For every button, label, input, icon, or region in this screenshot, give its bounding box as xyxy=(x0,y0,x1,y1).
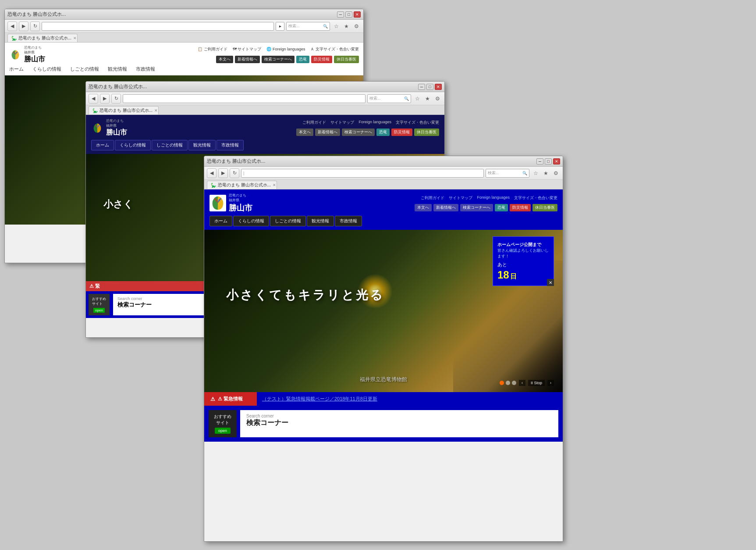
star-icon-3[interactable]: ☆ xyxy=(531,169,540,178)
nav-home-btn-3[interactable]: ホーム xyxy=(209,216,232,226)
window-controls-3[interactable]: ─ □ ✕ xyxy=(536,158,560,164)
forward-btn-1[interactable]: ▶ xyxy=(19,21,28,31)
maximize-btn-1[interactable]: □ xyxy=(345,11,352,18)
nav-font-2[interactable]: 文字サイズ・色合い変更 xyxy=(396,120,439,125)
qlink-search-2[interactable]: 検索コーナーへ xyxy=(342,129,375,136)
refresh-btn-2[interactable]: ↻ xyxy=(111,94,121,104)
slider-prev-3[interactable]: ‹ xyxy=(519,380,525,386)
forward-btn-2[interactable]: ▶ xyxy=(100,94,110,104)
qlink-kyujitsu-2[interactable]: 休日当番医 xyxy=(414,129,439,136)
address-bar-1[interactable] xyxy=(42,22,274,31)
qlink-shinchaku-1[interactable]: 新着情報へ xyxy=(235,56,260,63)
qlink-kyoryu-1[interactable]: 恐竜 xyxy=(296,56,309,63)
tab-close-3[interactable]: ✕ xyxy=(273,183,276,187)
nav-guide-1[interactable]: 📋 ご利用ガイド xyxy=(198,46,227,52)
search-icon-1[interactable]: 🔍 xyxy=(323,24,328,29)
qlink-bousai-2[interactable]: 防災情報 xyxy=(391,129,412,136)
dot-2-3[interactable] xyxy=(506,381,510,385)
nav-guide-3[interactable]: ご利用ガイド xyxy=(421,195,444,201)
nav-home-btn-2[interactable]: ホーム xyxy=(91,140,114,150)
tools-icon-2[interactable]: ⚙ xyxy=(433,94,442,103)
nav-kanko-1[interactable]: 観光情報 xyxy=(108,66,127,72)
back-btn-3[interactable]: ◀ xyxy=(207,168,217,178)
nav-shisei-btn-2[interactable]: 市政情報 xyxy=(217,140,244,150)
tab-close-2[interactable]: ✕ xyxy=(154,108,158,113)
osusume-btn-2[interactable]: おすすめサイト open xyxy=(89,294,110,315)
nav-kanko-btn-2[interactable]: 観光情報 xyxy=(188,140,216,150)
nav-kurashi-btn-3[interactable]: くらしの情報 xyxy=(233,216,269,226)
nav-sitemap-1[interactable]: 🗺 サイトマップ xyxy=(233,46,262,52)
nav-home-1[interactable]: ホーム xyxy=(9,66,24,72)
qlink-bousai-1[interactable]: 防災情報 xyxy=(311,56,332,63)
osusume-open-3[interactable]: open xyxy=(215,428,231,434)
qlink-kyujitsu-1[interactable]: 休日当番医 xyxy=(334,56,359,63)
nav-font-3[interactable]: 文字サイズ・色合い変更 xyxy=(514,195,557,201)
nav-guide-2[interactable]: ご利用ガイド xyxy=(302,120,326,125)
dot-1-3[interactable] xyxy=(500,381,504,385)
search-bar-3[interactable]: 検索... 🔍 xyxy=(486,169,529,178)
qlink-honbun-1[interactable]: 本文へ xyxy=(216,56,233,63)
emergency-text-3[interactable]: （テスト）緊急情報掲載ページ／2018年11月8日更新 xyxy=(257,392,563,406)
back-btn-1[interactable]: ◀ xyxy=(7,21,17,31)
close-btn-3[interactable]: ✕ xyxy=(553,158,560,164)
nav-shisei-btn-3[interactable]: 市政情報 xyxy=(335,216,362,226)
search-bar-2[interactable]: 検索... 🔍 xyxy=(367,94,411,103)
nav-sitemap-2[interactable]: サイトマップ xyxy=(330,120,354,125)
tab-3[interactable]: 🦕 恐竜のまち 勝山市公式ホ... ✕ xyxy=(207,181,277,189)
refresh-btn-1[interactable]: ↻ xyxy=(30,21,40,31)
search-bar-1[interactable]: 検索... 🔍 xyxy=(286,22,330,31)
qlink-bousai-3[interactable]: 防災情報 xyxy=(510,204,531,211)
osusume-open-2[interactable]: open xyxy=(93,308,105,313)
nav-foreign-1[interactable]: 🌐 Foreign languages xyxy=(266,47,305,51)
address-bar-3[interactable]: | xyxy=(241,169,484,178)
star-icon-2[interactable]: ☆ xyxy=(413,94,422,103)
forward-btn-3[interactable]: ▶ xyxy=(218,168,228,178)
minimize-btn-3[interactable]: ─ xyxy=(536,158,543,164)
close-btn-1[interactable]: ✕ xyxy=(354,11,361,18)
emergency-link-3[interactable]: （テスト）緊急情報掲載ページ／2018年11月8日更新 xyxy=(262,396,377,402)
slider-stop-3[interactable]: II Stop xyxy=(528,380,545,386)
nav-sitemap-3[interactable]: サイトマップ xyxy=(449,195,472,201)
nav-font-1[interactable]: Ａ 文字サイズ・色合い変更 xyxy=(310,46,359,52)
go-btn-1[interactable]: ▸ xyxy=(276,22,284,31)
nav-shigoto-btn-2[interactable]: しごとの情報 xyxy=(152,140,188,150)
dot-3-3[interactable] xyxy=(512,381,516,385)
tools-icon-3[interactable]: ⚙ xyxy=(551,169,560,178)
address-bar-2[interactable] xyxy=(123,94,366,103)
qlink-search-3[interactable]: 検索コーナーへ xyxy=(460,204,493,211)
back-btn-2[interactable]: ◀ xyxy=(89,94,98,104)
qlink-kyujitsu-3[interactable]: 休日当番医 xyxy=(532,204,557,211)
tab-1[interactable]: 🦕 恐竜のまち 勝山市公式ホ... ✕ xyxy=(7,34,78,42)
countdown-close-3[interactable]: ✕ xyxy=(547,279,554,286)
qlink-shinchaku-3[interactable]: 新着情報へ xyxy=(433,204,458,211)
window-controls-2[interactable]: ─ □ ✕ xyxy=(418,84,442,90)
nav-kurashi-btn-2[interactable]: くらしの情報 xyxy=(115,140,151,150)
bookmark-icon-2[interactable]: ★ xyxy=(423,94,432,103)
qlink-kyoryu-2[interactable]: 恐竜 xyxy=(376,129,390,136)
nav-shigoto-btn-3[interactable]: しごとの情報 xyxy=(270,216,306,226)
minimize-btn-1[interactable]: ─ xyxy=(337,11,344,18)
minimize-btn-2[interactable]: ─ xyxy=(418,84,425,90)
tab-2[interactable]: 🦕 恐竜のまち 勝山市公式ホ... ✕ xyxy=(89,106,159,114)
bookmark-icon-1[interactable]: ★ xyxy=(342,22,351,31)
refresh-btn-3[interactable]: ↻ xyxy=(230,168,239,178)
maximize-btn-2[interactable]: □ xyxy=(426,84,433,90)
star-icon-1[interactable]: ☆ xyxy=(332,22,341,31)
qlink-kyoryu-3[interactable]: 恐竜 xyxy=(495,204,508,211)
qlink-shinchaku-2[interactable]: 新着情報へ xyxy=(315,129,340,136)
maximize-btn-3[interactable]: □ xyxy=(545,158,552,164)
nav-foreign-3[interactable]: Foreign languages xyxy=(477,195,510,201)
qlink-honbun-3[interactable]: 本文へ xyxy=(415,204,432,211)
tools-icon-1[interactable]: ⚙ xyxy=(352,22,361,31)
close-btn-2[interactable]: ✕ xyxy=(435,84,442,90)
window-controls-1[interactable]: ─ □ ✕ xyxy=(337,11,361,18)
tab-close-1[interactable]: ✕ xyxy=(73,36,77,40)
slider-next-3[interactable]: › xyxy=(547,380,554,386)
search-icon-3[interactable]: 🔍 xyxy=(522,171,527,175)
search-icon-2[interactable]: 🔍 xyxy=(404,96,409,101)
nav-foreign-2[interactable]: Foreign languages xyxy=(358,120,391,125)
osusume-btn-3[interactable]: おすすめサイト open xyxy=(209,410,237,437)
qlink-search-1[interactable]: 検索コーナーへ xyxy=(262,56,295,63)
bookmark-icon-3[interactable]: ★ xyxy=(541,169,550,178)
nav-shigoto-1[interactable]: しごとの情報 xyxy=(70,66,99,72)
